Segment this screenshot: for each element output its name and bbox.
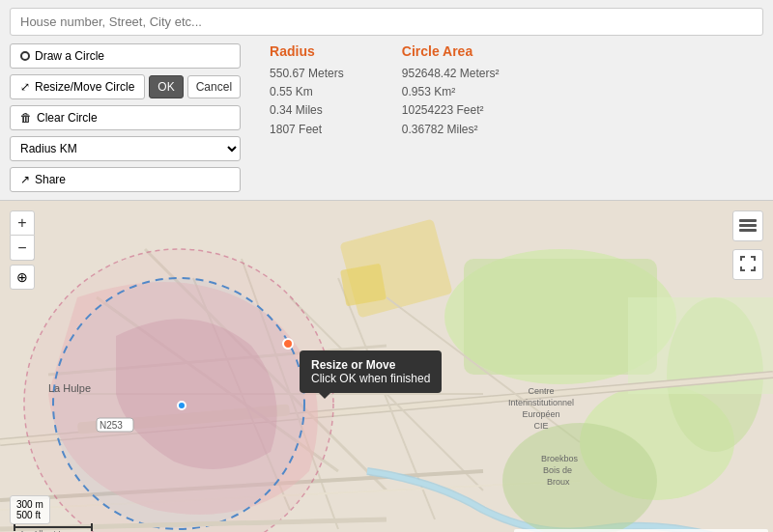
svg-text:Centre: Centre <box>528 386 554 396</box>
radius-unit-select[interactable]: Radius KM Radius Miles <box>10 136 241 161</box>
fullscreen-button[interactable] <box>732 249 763 280</box>
svg-text:Broux: Broux <box>547 477 570 487</box>
scale-300m: 300 m <box>16 499 43 510</box>
trash-icon: 🗑 <box>20 111 32 125</box>
zoom-controls: + − <box>10 210 35 261</box>
radius-feet: 1807 Feet <box>270 121 344 139</box>
svg-rect-40 <box>739 219 757 222</box>
svg-rect-41 <box>739 224 757 227</box>
svg-rect-42 <box>739 229 757 232</box>
area-meters2: 952648.42 Meters² <box>402 65 500 83</box>
svg-text:La Hulpe: La Hulpe <box>48 382 91 394</box>
map-container[interactable]: La Hulpe N253 Broekbos Bois de Broux Cen… <box>0 201 773 532</box>
radius-info: Radius 550.67 Meters 0.55 Km 0.34 Miles … <box>250 43 763 139</box>
draw-circle-label: Draw a Circle <box>35 49 104 63</box>
scale-bar: 300 m 500 ft <box>10 495 50 524</box>
layers-button[interactable] <box>732 210 763 241</box>
svg-text:CIE: CIE <box>533 421 548 431</box>
gps-button[interactable]: ⊕ <box>10 265 35 290</box>
svg-rect-34 <box>340 264 386 307</box>
layers-icon <box>739 216 757 237</box>
area-feet2: 10254223 Feet² <box>402 101 500 120</box>
svg-text:Interinstitutionnel: Interinstitutionnel <box>508 398 574 407</box>
tooltip-line2: Click OK when finished <box>311 372 430 385</box>
share-button[interactable]: ↗ Share <box>10 167 241 192</box>
circle-center-marker[interactable] <box>177 401 186 410</box>
top-panel: Draw a Circle ⤢ Resize/Move Circle OK Ca… <box>0 0 773 201</box>
scale-500ft: 500 ft <box>16 510 43 520</box>
controls-row: Draw a Circle ⤢ Resize/Move Circle OK Ca… <box>10 43 763 192</box>
ok-button[interactable]: OK <box>149 75 183 98</box>
share-label: Share <box>35 173 66 186</box>
circle-area-title: Circle Area <box>402 43 500 59</box>
share-icon: ↗ <box>20 173 30 186</box>
area-miles2: 0.36782 Miles² <box>402 121 500 139</box>
svg-text:Bois de: Bois de <box>543 465 572 475</box>
clear-circle-label: Clear Circle <box>37 111 98 125</box>
gps-icon: ⊕ <box>16 269 28 285</box>
radius-km: 0.55 Km <box>270 83 344 101</box>
circle-icon <box>20 51 30 61</box>
zoom-out-button[interactable]: − <box>10 236 35 261</box>
resize-move-label: Resize/Move Circle <box>35 80 134 94</box>
cancel-button[interactable]: Cancel <box>187 75 241 98</box>
radius-col: Radius 550.67 Meters 0.55 Km 0.34 Miles … <box>270 43 344 139</box>
circle-edge-marker[interactable] <box>282 338 294 350</box>
radius-title: Radius <box>270 43 344 59</box>
draw-circle-button[interactable]: Draw a Circle <box>10 43 241 69</box>
resize-move-row: ⤢ Resize/Move Circle OK Cancel <box>10 74 241 99</box>
resize-move-button[interactable]: ⤢ Resize/Move Circle <box>10 74 145 99</box>
svg-text:Européen: Européen <box>522 409 559 419</box>
fullscreen-icon <box>740 256 756 274</box>
svg-text:Broekbos: Broekbos <box>541 454 579 463</box>
radius-miles: 0.34 Miles <box>270 101 344 120</box>
radius-meters: 550.67 Meters <box>270 65 344 83</box>
search-input[interactable] <box>10 8 763 36</box>
zoom-in-button[interactable]: + <box>10 210 35 236</box>
circle-area-col: Circle Area 952648.42 Meters² 0.953 Km² … <box>402 43 500 139</box>
left-controls: Draw a Circle ⤢ Resize/Move Circle OK Ca… <box>10 43 241 192</box>
tooltip-line1: Resize or Move <box>311 358 430 372</box>
map-tooltip: Resize or Move Click OK when finished <box>300 350 442 393</box>
clear-circle-button[interactable]: 🗑 Clear Circle <box>10 105 241 130</box>
area-km2: 0.953 Km² <box>402 83 500 101</box>
resize-icon: ⤢ <box>20 80 30 94</box>
svg-text:N253: N253 <box>100 420 123 431</box>
